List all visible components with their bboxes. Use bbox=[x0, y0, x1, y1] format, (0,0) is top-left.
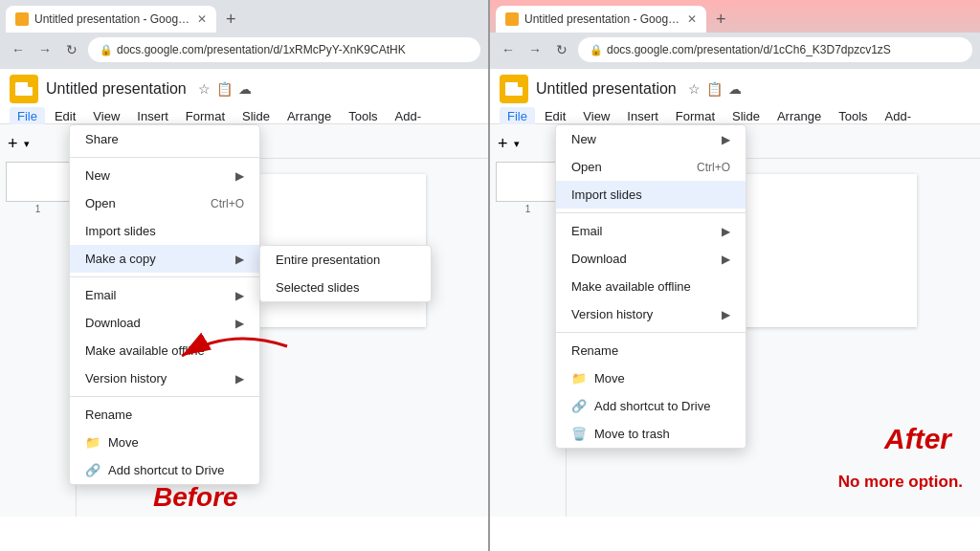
menu-item-trash-right[interactable]: 🗑️ Move to trash bbox=[556, 420, 746, 448]
download-arrow-right: ▶ bbox=[722, 253, 730, 266]
menu-item-rename[interactable]: Rename bbox=[70, 401, 259, 429]
menu-tools-right[interactable]: Tools bbox=[831, 107, 875, 125]
slide-thumb-right bbox=[496, 162, 561, 202]
url-text-left: docs.google.com/presentation/d/1xRMcPyY-… bbox=[117, 43, 406, 56]
menu-item-download[interactable]: Download ▶ bbox=[70, 309, 259, 337]
email-arrow: ▶ bbox=[235, 289, 244, 302]
menu-addons-left[interactable]: Add- bbox=[388, 107, 429, 125]
menu-item-email[interactable]: Email ▶ bbox=[70, 281, 259, 309]
folder-icon-right[interactable]: 📋 bbox=[706, 81, 723, 97]
menu-slide-left[interactable]: Slide bbox=[234, 107, 278, 125]
submenu-entire[interactable]: Entire presentation bbox=[260, 246, 431, 274]
shortcut-label-right: Add shortcut to Drive bbox=[594, 399, 710, 413]
menu-view-right[interactable]: View bbox=[575, 107, 617, 125]
right-panel: Untitled presentation - Google S ✕ + ← →… bbox=[490, 0, 980, 551]
menu-item-offline-right[interactable]: Make available offline bbox=[556, 273, 746, 300]
back-button-left[interactable]: ← bbox=[8, 39, 29, 60]
menu-arrange-left[interactable]: Arrange bbox=[279, 107, 339, 125]
move-icon: 📁 bbox=[85, 435, 100, 450]
menu-item-share[interactable]: Share bbox=[70, 125, 259, 153]
tab-left[interactable]: Untitled presentation - Google S ✕ bbox=[6, 6, 216, 33]
menu-insert-left[interactable]: Insert bbox=[129, 107, 176, 125]
menu-item-email-right[interactable]: Email ▶ bbox=[556, 217, 746, 245]
menu-item-open-right[interactable]: Open Ctrl+O bbox=[556, 153, 746, 181]
menu-tools-left[interactable]: Tools bbox=[341, 107, 385, 125]
menu-item-download-right[interactable]: Download ▶ bbox=[556, 245, 746, 273]
slides-title-right: Untitled presentation bbox=[536, 80, 677, 98]
menu-item-copy[interactable]: Make a copy ▶ Entire presentation Select… bbox=[70, 245, 259, 273]
menu-edit-right[interactable]: Edit bbox=[537, 107, 573, 125]
menu-item-version-right[interactable]: Version history ▶ bbox=[556, 300, 746, 328]
menu-item-version[interactable]: Version history ▶ bbox=[70, 364, 259, 392]
lock-icon-right: 🔒 bbox=[590, 44, 603, 56]
tab-new-right[interactable]: + bbox=[712, 10, 730, 30]
menu-item-offline[interactable]: Make available offline bbox=[70, 337, 259, 364]
forward-button-left[interactable]: → bbox=[34, 39, 56, 60]
menu-edit-left[interactable]: Edit bbox=[47, 107, 83, 125]
reload-button-left[interactable]: ↻ bbox=[61, 39, 82, 60]
rename-label: Rename bbox=[85, 408, 132, 422]
back-button-right[interactable]: ← bbox=[498, 39, 519, 60]
menu-item-open[interactable]: Open Ctrl+O bbox=[70, 189, 259, 217]
add-slide-left[interactable]: + bbox=[4, 132, 22, 156]
menu-item-new[interactable]: New ▶ bbox=[70, 162, 259, 189]
email-label-right: Email bbox=[571, 224, 603, 238]
menu-format-right[interactable]: Format bbox=[668, 107, 723, 125]
cloud-icon-right[interactable]: ☁ bbox=[728, 81, 742, 97]
address-bar-left[interactable]: 🔒 docs.google.com/presentation/d/1xRMcPy… bbox=[88, 37, 480, 62]
menu-slide-right[interactable]: Slide bbox=[724, 107, 768, 125]
open-shortcut-right: Ctrl+O bbox=[678, 161, 730, 174]
menu-file-left[interactable]: File bbox=[10, 107, 45, 125]
menu-item-import-right[interactable]: Import slides bbox=[556, 181, 746, 209]
cloud-icon-left[interactable]: ☁ bbox=[238, 81, 252, 97]
add-slide-dropdown-right[interactable]: ▾ bbox=[514, 138, 520, 150]
tab-title-left: Untitled presentation - Google S bbox=[34, 12, 191, 26]
version-arrow-right: ▶ bbox=[722, 308, 730, 321]
menu-insert-right[interactable]: Insert bbox=[619, 107, 666, 125]
add-slide-dropdown-left[interactable]: ▾ bbox=[24, 138, 30, 150]
menu-format-left[interactable]: Format bbox=[178, 107, 233, 125]
menu-file-right[interactable]: File bbox=[500, 107, 535, 125]
menu-item-rename-right[interactable]: Rename bbox=[556, 337, 746, 364]
import-label: Import slides bbox=[85, 224, 156, 238]
move-label-right: Move bbox=[594, 371, 625, 386]
left-panel: Untitled presentation - Google S ✕ + ← →… bbox=[0, 0, 490, 551]
address-bar-right[interactable]: 🔒 docs.google.com/presentation/d/1cCh6_K… bbox=[578, 37, 972, 62]
share-label: Share bbox=[85, 132, 119, 146]
tab-right[interactable]: Untitled presentation - Google S ✕ bbox=[496, 6, 706, 33]
download-arrow: ▶ bbox=[235, 317, 244, 330]
tab-close-left[interactable]: ✕ bbox=[197, 12, 207, 26]
menu-view-left[interactable]: View bbox=[85, 107, 127, 125]
tab-new-left[interactable]: + bbox=[222, 10, 240, 30]
star-icon-left[interactable]: ☆ bbox=[198, 81, 211, 97]
tab-close-right[interactable]: ✕ bbox=[687, 12, 697, 26]
folder-icon-left[interactable]: 📋 bbox=[216, 81, 233, 97]
slides-app-right: Untitled presentation ☆ 📋 ☁ File Edit Vi… bbox=[490, 69, 980, 551]
forward-button-right[interactable]: → bbox=[524, 39, 546, 60]
offline-label: Make available offline bbox=[85, 343, 205, 358]
lock-icon-left: 🔒 bbox=[100, 44, 113, 56]
divider1-left bbox=[70, 157, 259, 158]
menu-item-move[interactable]: 📁 Move bbox=[70, 429, 259, 456]
slides-icon-inner-left bbox=[15, 82, 33, 96]
shortcut-label: Add shortcut to Drive bbox=[108, 463, 224, 477]
menu-item-new-right[interactable]: New ▶ bbox=[556, 125, 746, 153]
address-bar-row-right: ← → ↻ 🔒 docs.google.com/presentation/d/1… bbox=[490, 33, 980, 67]
menu-item-import[interactable]: Import slides bbox=[70, 217, 259, 245]
trash-label-right: Move to trash bbox=[594, 427, 670, 441]
menu-item-move-right[interactable]: 📁 Move bbox=[556, 364, 746, 392]
star-icon-right[interactable]: ☆ bbox=[688, 81, 701, 97]
add-slide-right[interactable]: + bbox=[494, 132, 512, 156]
divider2-left bbox=[70, 276, 259, 277]
menu-item-shortcut[interactable]: 🔗 Add shortcut to Drive bbox=[70, 456, 259, 484]
menu-item-shortcut-right[interactable]: 🔗 Add shortcut to Drive bbox=[556, 392, 746, 420]
email-arrow-right: ▶ bbox=[722, 225, 730, 238]
reload-button-right[interactable]: ↻ bbox=[551, 39, 572, 60]
menu-addons-right[interactable]: Add- bbox=[878, 107, 919, 125]
slide-num-left: 1 bbox=[4, 204, 72, 214]
open-shortcut: Ctrl+O bbox=[191, 197, 244, 210]
new-label: New bbox=[85, 168, 110, 183]
menu-arrange-right[interactable]: Arrange bbox=[769, 107, 829, 125]
slides-title-left: Untitled presentation bbox=[46, 80, 187, 98]
submenu-selected[interactable]: Selected slides bbox=[260, 274, 431, 301]
